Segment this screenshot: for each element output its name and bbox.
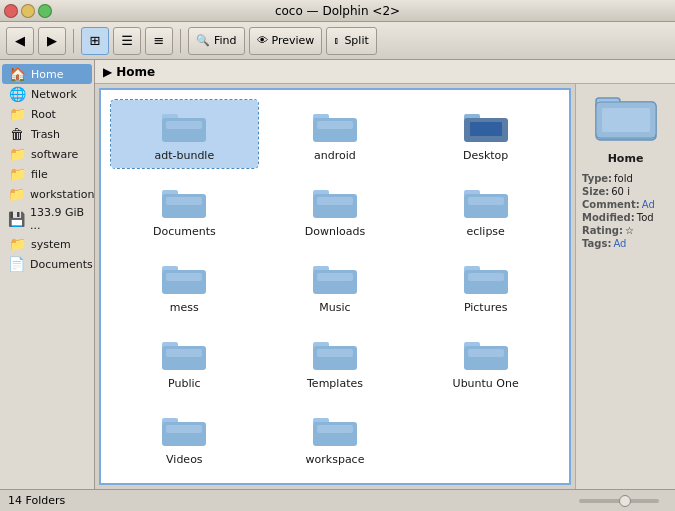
svg-rect-2 — [166, 121, 202, 129]
breadcrumb-arrow: ▶ — [103, 65, 112, 79]
sidebar-item-storage[interactable]: 💾133.9 GiB ... — [2, 204, 92, 234]
content-area: adt-bundleandroidDesktopDocumentsDownloa… — [95, 84, 675, 489]
forward-button[interactable]: ▶ — [38, 27, 66, 55]
info-tags-val[interactable]: Ad — [613, 238, 626, 249]
file-name: Videos — [166, 453, 203, 466]
file-name: mess — [170, 301, 199, 314]
sidebar-icon-storage: 💾 — [8, 211, 25, 227]
sidebar-label-documents: Documents — [30, 258, 93, 271]
sidebar-item-file[interactable]: 📁file — [2, 164, 92, 184]
file-item[interactable]: Desktop — [412, 100, 559, 168]
sidebar-icon-network: 🌐 — [8, 86, 26, 102]
folder-icon — [160, 334, 208, 374]
file-name: Ubuntu One — [453, 377, 519, 390]
sidebar-icon-documents: 📄 — [8, 256, 25, 272]
svg-rect-20 — [166, 273, 202, 281]
file-item[interactable]: Public — [111, 328, 258, 396]
file-item[interactable]: Pictures — [412, 252, 559, 320]
zoom-slider[interactable] — [579, 499, 659, 503]
sidebar: 🏠Home🌐Network📁Root🗑Trash📁software📁file📁w… — [0, 60, 95, 489]
svg-rect-45 — [602, 108, 650, 132]
info-modified-val: Tod — [637, 212, 654, 223]
find-icon: 🔍 — [196, 34, 210, 47]
find-button[interactable]: 🔍 Find — [188, 27, 245, 55]
sidebar-icon-home: 🏠 — [8, 66, 26, 82]
sidebar-item-software[interactable]: 📁software — [2, 144, 92, 164]
preview-label: Preview — [272, 34, 315, 47]
sidebar-label-root: Root — [31, 108, 56, 121]
titlebar-buttons — [4, 4, 52, 18]
sidebar-label-workstation: workstation — [30, 188, 94, 201]
info-modified-label: Modified: — [582, 212, 635, 223]
toolbar-separator-2 — [180, 29, 181, 53]
file-name: android — [314, 149, 356, 162]
info-type-val: fold — [614, 173, 633, 184]
back-button[interactable]: ◀ — [6, 27, 34, 55]
file-item[interactable]: Ubuntu One — [412, 328, 559, 396]
file-item[interactable]: Downloads — [262, 176, 409, 244]
info-size-label: Size: — [582, 186, 609, 197]
list-view-button[interactable]: ☰ — [113, 27, 141, 55]
info-rating-label: Rating: — [582, 225, 623, 236]
sidebar-icon-workstation: 📁 — [8, 186, 25, 202]
file-name: adt-bundle — [154, 149, 214, 162]
file-name: Desktop — [463, 149, 508, 162]
sidebar-item-system[interactable]: 📁system — [2, 234, 92, 254]
maximize-button[interactable] — [38, 4, 52, 18]
file-item[interactable]: android — [262, 100, 409, 168]
sidebar-icon-software: 📁 — [8, 146, 26, 162]
info-rating-row: Rating: ☆ — [582, 225, 669, 236]
file-item[interactable]: workspace — [262, 404, 409, 472]
folder-icon — [160, 410, 208, 450]
sidebar-item-home[interactable]: 🏠Home — [2, 64, 92, 84]
file-name: Downloads — [305, 225, 365, 238]
file-item[interactable]: mess — [111, 252, 258, 320]
sidebar-item-root[interactable]: 📁Root — [2, 104, 92, 124]
svg-rect-26 — [468, 273, 504, 281]
svg-rect-32 — [317, 349, 353, 357]
sidebar-label-file: file — [31, 168, 48, 181]
file-item[interactable]: Music — [262, 252, 409, 320]
file-item[interactable]: adt-bundle — [111, 100, 258, 168]
sidebar-item-documents[interactable]: 📄Documents — [2, 254, 92, 274]
svg-rect-11 — [166, 197, 202, 205]
close-button[interactable] — [4, 4, 18, 18]
sidebar-item-workstation[interactable]: 📁workstation — [2, 184, 92, 204]
main-layout: 🏠Home🌐Network📁Root🗑Trash📁software📁file📁w… — [0, 60, 675, 489]
folder-icon — [462, 182, 510, 222]
svg-rect-35 — [468, 349, 504, 357]
file-item[interactable]: Templates — [262, 328, 409, 396]
sidebar-item-trash[interactable]: 🗑Trash — [2, 124, 92, 144]
folder-icon — [160, 106, 208, 146]
folder-icon — [311, 410, 359, 450]
file-name: workspace — [306, 453, 365, 466]
file-item[interactable]: eclipse — [412, 176, 559, 244]
preview-icon: 👁 — [257, 34, 268, 47]
info-modified-row: Modified: Tod — [582, 212, 669, 223]
split-button[interactable]: ⫾ Split — [326, 27, 376, 55]
info-type-row: Type: fold — [582, 173, 669, 184]
svg-rect-23 — [317, 273, 353, 281]
preview-button[interactable]: 👁 Preview — [249, 27, 323, 55]
svg-rect-14 — [317, 197, 353, 205]
info-type-label: Type: — [582, 173, 612, 184]
file-item[interactable]: Videos — [111, 404, 258, 472]
grid-view-button[interactable]: ⊞ — [81, 27, 109, 55]
file-name: Templates — [307, 377, 363, 390]
file-grid: adt-bundleandroidDesktopDocumentsDownloa… — [111, 100, 559, 472]
zoom-slider-thumb[interactable] — [619, 495, 631, 507]
folder-icon — [311, 258, 359, 298]
sidebar-icon-trash: 🗑 — [8, 126, 26, 142]
breadcrumb-path: Home — [116, 65, 155, 79]
sidebar-item-network[interactable]: 🌐Network — [2, 84, 92, 104]
file-item[interactable]: Documents — [111, 176, 258, 244]
folder-icon — [160, 258, 208, 298]
info-comment-val[interactable]: Ad — [642, 199, 655, 210]
svg-rect-41 — [317, 425, 353, 433]
minimize-button[interactable] — [21, 4, 35, 18]
detail-view-button[interactable]: ≡ — [145, 27, 173, 55]
folder-count: 14 Folders — [8, 494, 65, 507]
split-icon: ⫾ — [334, 34, 340, 47]
file-grid-container[interactable]: adt-bundleandroidDesktopDocumentsDownloa… — [99, 88, 571, 485]
sidebar-label-network: Network — [31, 88, 77, 101]
